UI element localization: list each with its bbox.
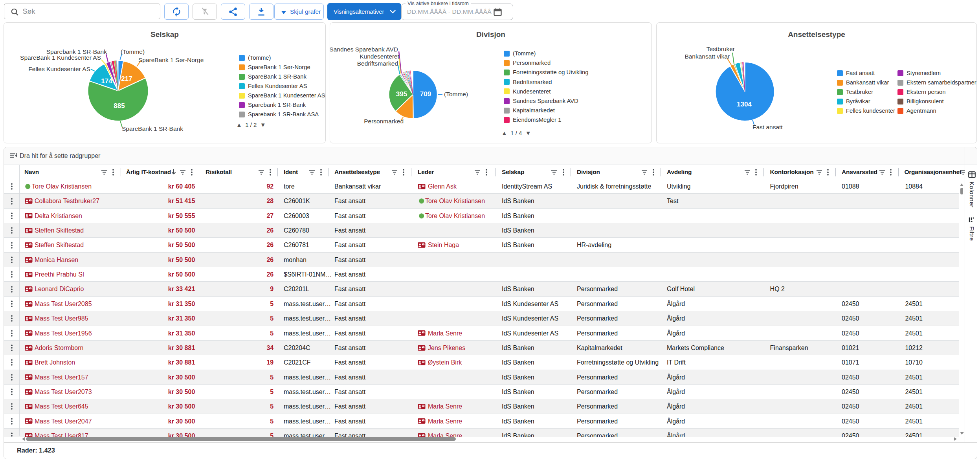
svg-text:Testbruker: Testbruker (707, 46, 735, 52)
svg-text:1304: 1304 (737, 101, 752, 108)
svg-text:Felles Kundesenter AS: Felles Kundesenter AS (28, 66, 90, 72)
svg-text:217: 217 (121, 75, 132, 82)
svg-text:395: 395 (396, 90, 407, 98)
svg-text:709: 709 (420, 90, 431, 98)
svg-text:Sandnes Sparebank AVD: Sandnes Sparebank AVD (330, 46, 398, 53)
svg-text:SpareBank 1 SR-Bank: SpareBank 1 SR-Bank (122, 125, 183, 132)
svg-text:Kundesenteret: Kundesenteret (360, 53, 400, 60)
svg-text:885: 885 (114, 102, 125, 110)
svg-text:Personmarked: Personmarked (364, 118, 404, 125)
svg-text:Bankansatt vikar: Bankansatt vikar (685, 53, 730, 60)
svg-text:(Tomme): (Tomme) (444, 91, 468, 97)
svg-text:Fast ansatt: Fast ansatt (752, 124, 783, 130)
svg-text:SpareBank 1 Kundesenter AS: SpareBank 1 Kundesenter AS (20, 54, 101, 61)
svg-text:Bedriftsmarked: Bedriftsmarked (357, 60, 398, 67)
svg-text:(Tomme): (Tomme) (121, 48, 145, 55)
svg-text:174: 174 (101, 77, 112, 85)
svg-text:SpareBank 1 Sør-Norge: SpareBank 1 Sør-Norge (138, 57, 204, 63)
